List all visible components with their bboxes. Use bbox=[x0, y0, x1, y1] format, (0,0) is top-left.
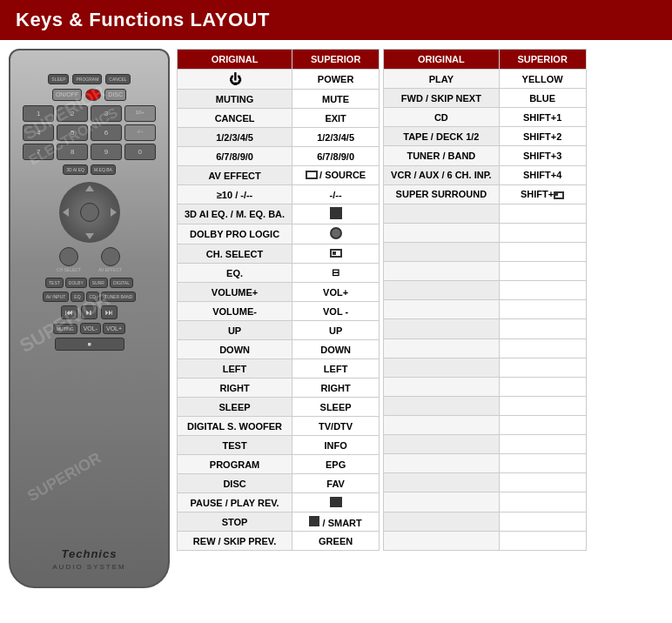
btn-digital: DIGITAL bbox=[110, 278, 133, 288]
right-table: ORIGINAL SUPERIOR PLAYYELLOWFWD / SKIP N… bbox=[383, 49, 587, 551]
table-row: SUPER SURROUNDSHIFT+ bbox=[384, 184, 587, 204]
table-row: CH. SELECT bbox=[178, 245, 380, 264]
header: Keys & Functions LAYOUT bbox=[0, 0, 672, 40]
original-cell: TUNER / BAND bbox=[384, 146, 500, 165]
tables-container: ORIGINAL SUPERIOR ⏻POWERMUTINGMUTECANCEL… bbox=[177, 49, 663, 551]
superior-cell bbox=[292, 224, 380, 245]
original-cell bbox=[384, 473, 500, 492]
btn-3d-eq: 3D AI EQ bbox=[63, 164, 88, 175]
table-row: CANCELEXIT bbox=[178, 109, 380, 128]
original-cell bbox=[384, 531, 500, 550]
superior-cell: YELLOW bbox=[499, 70, 586, 89]
superior-cell: SHIFT+2 bbox=[499, 127, 586, 146]
original-cell: ⏻ bbox=[178, 70, 292, 90]
original-cell: SUPER SURROUND bbox=[384, 184, 500, 204]
superior-cell bbox=[499, 300, 586, 319]
ch-label: CH SELECT bbox=[57, 267, 81, 272]
table-row: DOWNDOWN bbox=[178, 340, 380, 359]
btn-eq2: EQ bbox=[71, 291, 84, 302]
superior-cell: DOWN bbox=[292, 340, 380, 359]
table-row: TESTINFO bbox=[178, 436, 380, 455]
remote-numpad: 1 2 3 10+ 4 5 6 -/-- 7 8 9 0 bbox=[23, 105, 155, 160]
original-cell: RIGHT bbox=[178, 378, 292, 398]
superior-cell: BLUE bbox=[499, 89, 586, 108]
original-cell: DISC bbox=[178, 474, 292, 493]
superior-cell: EXIT bbox=[292, 109, 380, 128]
superior-cell bbox=[499, 204, 586, 223]
btn-stop: ■ bbox=[55, 338, 124, 351]
table-row: PLAYYELLOW bbox=[384, 70, 587, 89]
btn-tuner: TUNER BAND bbox=[101, 291, 137, 302]
superior-cell bbox=[499, 415, 586, 434]
table-row: 6/7/8/9/06/7/8/9/0 bbox=[178, 147, 380, 166]
btn-8: 8 bbox=[57, 144, 88, 160]
original-cell: DIGITAL S. WOOFER bbox=[178, 417, 292, 436]
btn-sleep: SLEEP bbox=[48, 74, 69, 84]
original-cell: CD bbox=[384, 108, 500, 127]
superior-cell bbox=[499, 319, 586, 338]
btn-next: ⏭ bbox=[101, 305, 118, 319]
main-content: SUPERIOR ELECTRONICS SUPERIOR SUPERIOR R… bbox=[0, 40, 672, 597]
btn-9: 9 bbox=[91, 144, 122, 160]
table-row: 3D AI EQ. / M. EQ. BA. bbox=[178, 204, 380, 224]
remote-nav-circle bbox=[59, 182, 120, 243]
remote-top-buttons: SLEEP PROGRAM CANCEL bbox=[16, 74, 163, 84]
table-row: FWD / SKIP NEXTBLUE bbox=[384, 89, 587, 108]
superior-cell: UP bbox=[292, 321, 380, 340]
ch-select-group: CH SELECT bbox=[57, 247, 81, 272]
remote-sub: AUDIO SYSTEM bbox=[52, 563, 125, 571]
table-row: SLEEPSLEEP bbox=[178, 398, 380, 417]
original-cell: 6/7/8/9/0 bbox=[178, 147, 292, 166]
original-cell bbox=[384, 435, 500, 454]
superior-cell: EPG bbox=[292, 455, 380, 474]
btn-prev: ⏮ bbox=[61, 305, 77, 319]
btn-6: 6 bbox=[91, 124, 122, 141]
btn-program: PROGRAM bbox=[72, 74, 102, 84]
superior-cell: SHIFT+4 bbox=[499, 165, 586, 184]
table-row: AV EFFECT / SOURCE bbox=[178, 166, 380, 185]
original-cell bbox=[384, 242, 500, 261]
left-table: ORIGINAL SUPERIOR ⏻POWERMUTINGMUTECANCEL… bbox=[177, 49, 380, 551]
table-row bbox=[384, 262, 587, 281]
original-cell: 3D AI EQ. / M. EQ. BA. bbox=[178, 204, 292, 224]
table-row: DISCFAV bbox=[178, 474, 380, 493]
table-row: CDSHIFT+1 bbox=[384, 108, 587, 127]
table-row bbox=[384, 454, 587, 473]
table-row: LEFTLEFT bbox=[178, 359, 380, 378]
original-cell: STOP bbox=[178, 512, 292, 532]
btn-dolby: DOLBY bbox=[65, 278, 87, 288]
superior-cell bbox=[499, 512, 586, 531]
table-row: ⏻POWER bbox=[178, 70, 380, 90]
original-cell: EQ. bbox=[178, 264, 292, 283]
original-cell: CANCEL bbox=[178, 109, 292, 128]
btn-vol-up2: VOL+ bbox=[103, 323, 125, 334]
table-row bbox=[384, 531, 587, 550]
table-row bbox=[384, 492, 587, 512]
table-row: PAUSE / PLAY REV. bbox=[178, 493, 380, 512]
left-col1-header: ORIGINAL bbox=[178, 50, 292, 70]
table-row: EQ.⊟ bbox=[178, 264, 380, 283]
superior-cell: VOL+ bbox=[292, 283, 380, 302]
superior-cell bbox=[292, 204, 380, 224]
remote-model-label: RAK-ENA34WH bbox=[63, 61, 117, 67]
original-cell bbox=[384, 262, 500, 281]
table-row bbox=[384, 319, 587, 338]
superior-cell bbox=[499, 454, 586, 473]
original-cell: SLEEP bbox=[178, 398, 292, 417]
superior-cell: LEFT bbox=[292, 359, 380, 378]
superior-cell bbox=[499, 338, 586, 358]
superior-cell bbox=[499, 242, 586, 261]
remote-ch-av-row: CH SELECT AV EFFECT bbox=[57, 247, 122, 272]
btn-av-inp: AV INPUT bbox=[43, 291, 70, 302]
btn-surr: SURR bbox=[89, 278, 108, 288]
btn-ch-select bbox=[59, 247, 78, 266]
table-row: STOP / SMART bbox=[178, 512, 380, 532]
table-row: ≥10 / -/---/-- bbox=[178, 185, 380, 204]
superior-cell: SHIFT+1 bbox=[499, 108, 586, 127]
nav-right-arrow bbox=[111, 208, 117, 217]
remote-stop-row: ■ bbox=[23, 338, 155, 351]
superior-cell: SHIFT+3 bbox=[499, 146, 586, 165]
table-row bbox=[384, 377, 587, 396]
original-cell: PROGRAM bbox=[178, 455, 292, 474]
superior-cell: / SOURCE bbox=[292, 166, 380, 185]
